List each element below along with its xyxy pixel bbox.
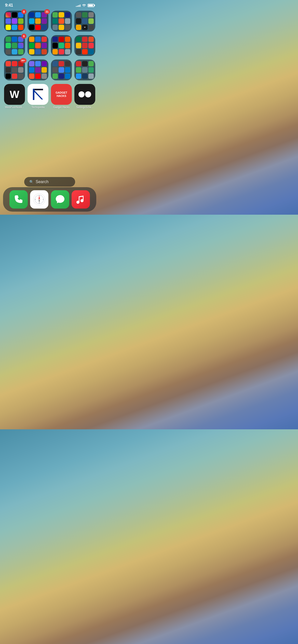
app-webpush-label: WebPushNotifi... — [5, 106, 24, 109]
folder-browsers[interactable] — [28, 60, 48, 80]
app-row-2: 6 — [4, 35, 95, 56]
app-row-3: 99+ — [4, 60, 95, 80]
dock-music[interactable] — [72, 190, 90, 209]
app-webpush[interactable]: W WebPushNotifi... — [4, 84, 25, 109]
dock-phone[interactable] — [9, 190, 28, 209]
app-techopedia-label: Techopedia — [31, 106, 44, 109]
badge-news2: 99+ — [20, 58, 26, 63]
search-label: Search — [36, 180, 49, 184]
status-icons — [76, 4, 94, 7]
dock — [3, 187, 96, 212]
folder-productivity[interactable] — [28, 35, 48, 56]
app-row-4: W WebPushNotifi... Techopedia GADGET HAC… — [4, 84, 95, 109]
dock-messages[interactable] — [51, 190, 69, 209]
app-row-1: 8 31 — [4, 11, 95, 32]
folder-shopping[interactable] — [51, 35, 72, 56]
signal-icon — [76, 4, 80, 7]
badge-streaming: 31 — [44, 9, 50, 14]
home-screen: 8 31 — [0, 9, 99, 109]
folder-food[interactable] — [74, 35, 95, 56]
search-bar-container: 🔍 Search — [24, 177, 75, 187]
battery-icon — [88, 4, 94, 7]
badge-social: 8 — [21, 9, 26, 14]
folder-streaming[interactable]: 31 — [28, 11, 48, 32]
folder-newsgames[interactable]: W — [74, 11, 95, 32]
folder-news2[interactable]: 99+ — [4, 60, 25, 80]
folder-utilities[interactable] — [51, 11, 72, 32]
wifi-icon — [82, 4, 86, 7]
dock-safari[interactable] — [30, 190, 48, 209]
app-gadgethacks-label: Gadget Hacks — [53, 106, 69, 109]
app-gadgethacks[interactable]: GADGET HACKS Gadget Hacks — [51, 84, 72, 109]
app-settingssche-label: SettingsSche... — [76, 106, 93, 109]
app-techopedia[interactable]: Techopedia — [28, 84, 48, 109]
folder-tools[interactable] — [51, 60, 72, 80]
folder-comms[interactable]: 6 — [4, 35, 25, 56]
svg-point-5 — [85, 91, 91, 97]
folder-social[interactable]: 8 — [4, 11, 25, 32]
badge-comms: 6 — [21, 34, 26, 39]
search-bar[interactable]: 🔍 Search — [24, 177, 75, 187]
svg-point-4 — [78, 91, 85, 97]
status-time: 9:41 — [5, 3, 13, 8]
status-bar: 9:41 — [0, 0, 99, 9]
app-settingssche[interactable]: SettingsSche... — [74, 84, 95, 109]
folder-finance[interactable] — [74, 60, 95, 80]
search-icon: 🔍 — [29, 180, 34, 184]
